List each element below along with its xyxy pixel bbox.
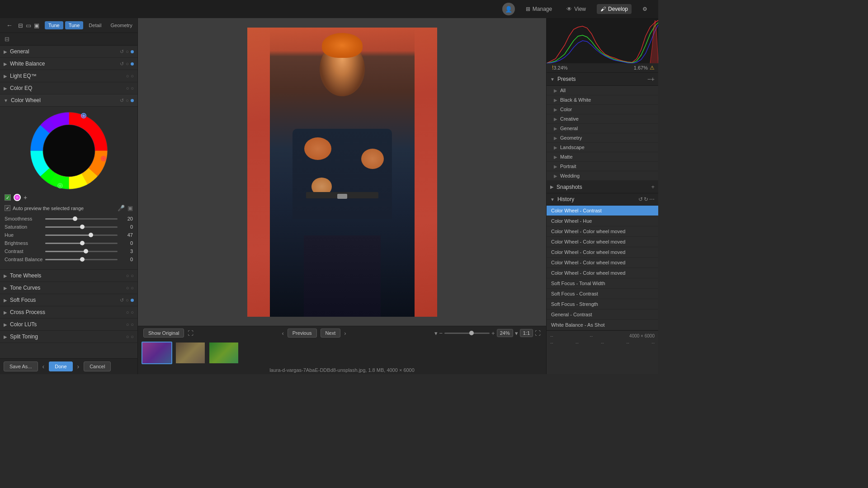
section-soft-focus[interactable]: ▶ Soft Focus ↺ ○ <box>0 294 137 306</box>
presets-plus-icon[interactable]: + <box>651 75 655 83</box>
zoom-in-icon[interactable]: + <box>491 330 495 337</box>
section-split-toning[interactable]: ▶ Split Toning ○ ○ <box>0 331 137 343</box>
history-item-0[interactable]: Color Wheel - Contrast <box>547 206 658 216</box>
previous-button[interactable]: Previous <box>288 328 317 338</box>
preset-color[interactable]: ▶ Color <box>547 105 658 114</box>
circle-icon2[interactable]: ○ <box>131 322 134 327</box>
add-color-button[interactable]: + <box>24 194 27 201</box>
circle-icon2[interactable]: ○ <box>131 273 134 278</box>
preset-bw[interactable]: ▶ Black & White <box>547 95 658 105</box>
section-general[interactable]: ▶ General ↺ ○ <box>0 46 137 58</box>
reset-icon[interactable]: ↺ <box>120 297 124 303</box>
preset-portrait[interactable]: ▶ Portrait <box>547 162 658 171</box>
thumbnail-3[interactable] <box>208 342 239 364</box>
zoom-slider[interactable] <box>444 333 490 334</box>
color-wheel-svg[interactable] <box>29 111 108 190</box>
history-item-3[interactable]: Color Wheel - Color wheel moved <box>547 237 658 247</box>
done-button[interactable]: Done <box>49 361 72 371</box>
circle-icon[interactable]: ○ <box>126 273 129 278</box>
section-color-luts[interactable]: ▶ Color LUTs ○ ○ <box>0 319 137 331</box>
circle-icon[interactable]: ○ <box>126 334 129 339</box>
section-cross-process[interactable]: ▶ Cross Process ○ ○ <box>0 306 137 319</box>
user-avatar[interactable]: 👤 <box>502 3 515 15</box>
preset-general[interactable]: ▶ General <box>547 124 658 133</box>
view-button[interactable]: 👁 View <box>563 4 590 14</box>
tab-tune-label[interactable]: Tune <box>65 21 84 29</box>
ratio-button[interactable]: 1:1 <box>520 329 533 337</box>
circle-icon[interactable]: ○ <box>126 322 129 327</box>
presets-minus-icon[interactable]: − <box>647 75 651 83</box>
presets-header[interactable]: ▼ Presets − + <box>547 73 658 86</box>
tool-icon[interactable]: ⊟ <box>4 35 10 43</box>
contrast-balance-slider[interactable] <box>45 259 118 260</box>
section-tone-curves[interactable]: ▶ Tone Curves ○ ○ <box>0 282 137 294</box>
zoom-value[interactable]: 24% <box>497 329 513 337</box>
manage-button[interactable]: ⊞ Manage <box>522 4 556 14</box>
reset-icon[interactable]: ↺ <box>120 49 124 55</box>
history-item-8[interactable]: Soft Focus - Contrast <box>547 289 658 299</box>
preset-wedding[interactable]: ▶ Wedding <box>547 171 658 181</box>
circle-icon2[interactable]: ○ <box>131 285 134 291</box>
saturation-slider[interactable] <box>45 226 118 228</box>
preset-landscape[interactable]: ▶ Landscape <box>547 143 658 152</box>
zoom-out-icon[interactable]: − <box>439 330 443 337</box>
brightness-slider[interactable] <box>45 243 118 244</box>
fullscreen-icon[interactable]: ⛶ <box>188 330 193 337</box>
show-original-button[interactable]: Show Original <box>143 328 184 338</box>
zoom-dropdown-icon[interactable]: ▾ <box>434 330 438 337</box>
history-header[interactable]: ▼ History ↺ ↻ ⋯ <box>547 193 658 206</box>
circle-icon[interactable]: ○ <box>126 85 129 91</box>
history-item-7[interactable]: Soft Focus - Tonal Width <box>547 278 658 289</box>
back-button[interactable]: ← <box>5 21 14 30</box>
tab-detail[interactable]: Detail <box>85 21 105 29</box>
preset-all[interactable]: ▶ All <box>547 86 658 95</box>
contrast-slider[interactable] <box>45 251 118 252</box>
section-light-eq[interactable]: ▶ Light EQ™ ○ ○ <box>0 70 137 82</box>
color-picker-dot[interactable] <box>14 194 21 201</box>
circle-icon[interactable]: ○ <box>126 73 129 79</box>
thumbnail-1[interactable] <box>142 342 172 364</box>
circle-icon2[interactable]: ○ <box>131 73 134 79</box>
zoom-dropdown2-icon[interactable]: ▾ <box>515 330 518 337</box>
preset-geometry[interactable]: ▶ Geometry <box>547 133 658 143</box>
next-arrow[interactable]: › <box>75 362 81 371</box>
history-item-2[interactable]: Color Wheel - Color wheel moved <box>547 226 658 237</box>
history-item-4[interactable]: Color Wheel - Color wheel moved <box>547 247 658 258</box>
history-item-1[interactable]: Color Wheel - Hue <box>547 216 658 226</box>
circle-icon[interactable]: ○ <box>126 285 129 291</box>
section-tone-wheels[interactable]: ▶ Tone Wheels ○ ○ <box>0 270 137 282</box>
panel-icon-3[interactable]: ▣ <box>34 22 39 29</box>
prev-image-icon[interactable]: ‹ <box>282 330 283 337</box>
section-color-eq[interactable]: ▶ Color EQ ○ ○ <box>0 82 137 94</box>
develop-button[interactable]: 🖌 Develop <box>597 4 632 14</box>
tab-geometry[interactable]: Geometry <box>107 21 136 29</box>
auto-preview-checkbox[interactable] <box>5 205 10 211</box>
circle-icon[interactable]: ○ <box>126 49 129 54</box>
mask-icon[interactable]: ▣ <box>127 205 133 211</box>
reset-icon[interactable]: ↺ <box>120 61 124 67</box>
circle-icon[interactable]: ○ <box>126 61 129 66</box>
history-item-11[interactable]: White Balance - As Shot <box>547 320 658 330</box>
wheel-checkbox[interactable] <box>5 194 11 201</box>
reset-icon[interactable]: ↺ <box>120 98 124 103</box>
save-as-button[interactable]: Save As... <box>4 361 38 371</box>
snapshots-header[interactable]: ▶ Snapshots + <box>547 181 658 193</box>
circle-icon[interactable]: ○ <box>126 297 129 303</box>
fit-icon[interactable]: ⛶ <box>535 330 541 337</box>
section-white-balance[interactable]: ▶ White Balance ↺ ○ <box>0 58 137 70</box>
settings-button[interactable]: ⚙ <box>639 4 651 14</box>
next-button[interactable]: Next <box>321 328 341 338</box>
history-item-5[interactable]: Color Wheel - Color wheel moved <box>547 258 658 268</box>
preset-matte[interactable]: ▶ Matte <box>547 152 658 162</box>
history-item-6[interactable]: Color Wheel - Color wheel moved <box>547 268 658 278</box>
history-undo-icon[interactable]: ↺ <box>638 196 643 202</box>
panel-icon-2[interactable]: ▭ <box>26 22 31 29</box>
circle-icon[interactable]: ○ <box>126 98 129 103</box>
circle-icon2[interactable]: ○ <box>131 310 134 315</box>
prev-arrow[interactable]: ‹ <box>41 362 47 371</box>
history-item-10[interactable]: General - Contrast <box>547 310 658 320</box>
circle-icon2[interactable]: ○ <box>131 85 134 91</box>
hue-slider[interactable] <box>45 235 118 236</box>
cancel-button[interactable]: Cancel <box>84 361 111 371</box>
circle-icon2[interactable]: ○ <box>131 334 134 339</box>
